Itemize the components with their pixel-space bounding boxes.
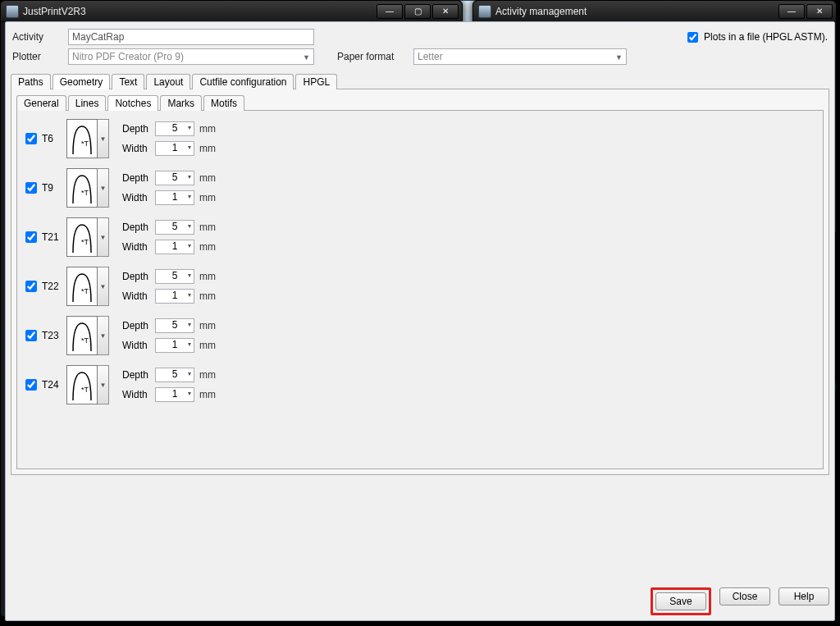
width-label: Width [122, 389, 155, 400]
notch-shape-preview[interactable]: *T [66, 119, 98, 158]
notch-row: T24*T▼Depth5▾mmWidth1▾mm [22, 362, 818, 408]
close-button[interactable]: ✕ [432, 4, 459, 19]
save-button[interactable]: Save [655, 592, 706, 610]
subtab-notches[interactable]: Notches [107, 95, 158, 111]
depth-select[interactable]: 5▾ [155, 220, 194, 235]
width-label: Width [122, 241, 155, 253]
depth-label: Depth [122, 222, 155, 233]
chevron-down-icon: ▾ [188, 193, 191, 200]
actmgr-titlebar[interactable]: Activity management — ✕ [473, 1, 836, 22]
subtab-general[interactable]: General [16, 95, 66, 111]
svg-text:*T: *T [81, 336, 89, 345]
unit-label: mm [199, 192, 216, 203]
close-button[interactable]: ✕ [806, 4, 833, 19]
depth-label: Depth [122, 369, 155, 381]
notch-shape-preview[interactable]: *T [66, 217, 98, 257]
chevron-down-icon: ▾ [188, 321, 191, 328]
notch-row: T21*T▼Depth5▾mmWidth1▾mm [22, 214, 818, 260]
depth-select[interactable]: 5▾ [155, 269, 194, 284]
depth-label: Depth [122, 271, 155, 282]
depth-select[interactable]: 5▾ [155, 121, 194, 136]
activity-label: Activity [12, 31, 62, 43]
notch-enable-checkbox[interactable] [25, 281, 37, 292]
unit-label: mm [199, 340, 216, 351]
tab-geometry[interactable]: Geometry [52, 74, 111, 89]
notch-enable-checkbox[interactable] [25, 133, 37, 144]
unit-label: mm [199, 241, 216, 253]
depth-select[interactable]: 5▾ [155, 318, 194, 333]
notch-name: T22 [42, 281, 66, 292]
width-select[interactable]: 1▾ [155, 338, 194, 353]
save-highlight: Save [651, 587, 711, 615]
notches-panel: T6*T▼Depth5▾mmWidth1▾mmT9*T▼Depth5▾mmWid… [16, 110, 824, 469]
unit-label: mm [199, 290, 216, 302]
notch-enable-checkbox[interactable] [25, 330, 37, 341]
width-select[interactable]: 1▾ [155, 190, 194, 205]
notch-name: T21 [42, 231, 66, 243]
help-button[interactable]: Help [778, 587, 829, 605]
width-label: Width [122, 340, 155, 351]
window-title: Activity management [495, 6, 587, 17]
svg-text:*T: *T [81, 386, 89, 394]
unit-label: mm [199, 369, 216, 381]
svg-text:*T: *T [81, 189, 89, 197]
width-select[interactable]: 1▾ [155, 141, 194, 156]
depth-select[interactable]: 5▾ [155, 368, 194, 382]
notch-shape-dropdown[interactable]: ▼ [98, 316, 109, 355]
chevron-down-icon: ▾ [188, 242, 191, 249]
depth-label: Depth [122, 172, 155, 184]
width-label: Width [122, 143, 155, 154]
notch-shape-dropdown[interactable]: ▼ [98, 267, 109, 306]
close-button[interactable]: Close [719, 587, 770, 605]
notch-name: T23 [42, 330, 66, 341]
notch-name: T9 [42, 182, 66, 194]
notch-shape-preview[interactable]: *T [66, 267, 98, 306]
notch-shape-dropdown[interactable]: ▼ [98, 365, 109, 404]
plots-in-file-checkbox[interactable] [687, 32, 698, 43]
width-select[interactable]: 1▾ [155, 240, 194, 254]
depth-select[interactable]: 5▾ [155, 171, 194, 185]
minimize-button[interactable]: — [377, 4, 403, 19]
notch-shape-preview[interactable]: *T [66, 316, 98, 355]
depth-label: Depth [122, 123, 155, 135]
tab-cutfile[interactable]: Cutfile configuration [192, 74, 294, 89]
tab-text[interactable]: Text [112, 74, 144, 89]
chevron-down-icon: ▾ [188, 144, 191, 151]
width-select[interactable]: 1▾ [155, 289, 194, 304]
activity-input[interactable] [68, 29, 314, 45]
justprint-titlebar[interactable]: JustPrintV2R3 — ▢ ✕ [1, 1, 462, 22]
plotter-combo[interactable]: Nitro PDF Creator (Pro 9)▼ [68, 48, 314, 65]
subtab-marks[interactable]: Marks [160, 95, 202, 111]
chevron-down-icon: ▾ [188, 173, 191, 180]
notch-enable-checkbox[interactable] [25, 231, 37, 243]
paper-format-combo[interactable]: Letter▼ [413, 48, 627, 65]
chevron-down-icon: ▾ [188, 272, 191, 279]
chevron-down-icon: ▾ [188, 291, 191, 299]
unit-label: mm [199, 271, 216, 282]
width-select[interactable]: 1▾ [155, 387, 194, 402]
notch-enable-checkbox[interactable] [25, 182, 37, 194]
chevron-down-icon: ▾ [188, 124, 191, 131]
plots-in-file-label: Plots in a file (HPGL ASTM). [704, 31, 828, 43]
notch-shape-preview[interactable]: *T [66, 168, 98, 208]
subtab-motifs[interactable]: Motifs [203, 95, 244, 111]
notch-shape-dropdown[interactable]: ▼ [98, 168, 109, 208]
chevron-down-icon: ▼ [303, 53, 310, 62]
unit-label: mm [199, 143, 216, 154]
notch-enable-checkbox[interactable] [25, 379, 37, 391]
tab-layout[interactable]: Layout [146, 74, 190, 89]
svg-text:*T: *T [81, 287, 89, 295]
notch-shape-preview[interactable]: *T [66, 365, 98, 404]
unit-label: mm [199, 172, 216, 184]
tab-paths[interactable]: Paths [11, 74, 51, 89]
unit-label: mm [199, 123, 216, 135]
subtab-lines[interactable]: Lines [68, 95, 107, 111]
notch-row: T6*T▼Depth5▾mmWidth1▾mm [22, 116, 818, 162]
notch-row: T9*T▼Depth5▾mmWidth1▾mm [22, 165, 818, 211]
chevron-down-icon: ▼ [615, 53, 623, 62]
minimize-button[interactable]: — [778, 4, 805, 19]
notch-shape-dropdown[interactable]: ▼ [98, 217, 109, 257]
tab-hpgl[interactable]: HPGL [295, 74, 337, 89]
notch-shape-dropdown[interactable]: ▼ [98, 119, 109, 158]
maximize-button[interactable]: ▢ [404, 4, 431, 19]
